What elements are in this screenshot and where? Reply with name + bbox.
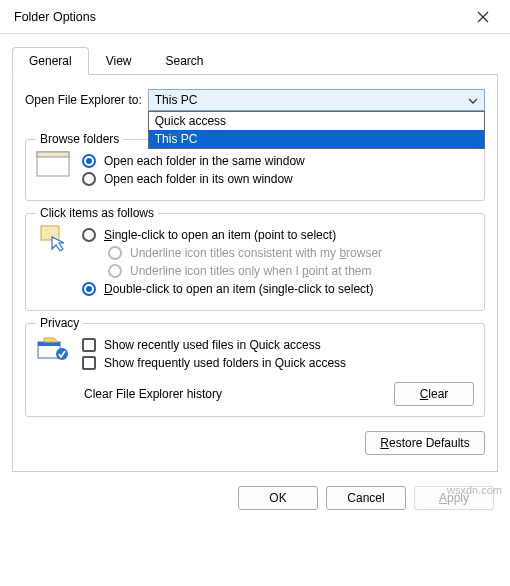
svg-rect-4 bbox=[41, 226, 59, 240]
radio-underline-point-label: Underline icon titles only when I point … bbox=[130, 264, 371, 278]
titlebar: Folder Options bbox=[0, 0, 510, 34]
dropdown-item-quick-access[interactable]: Quick access bbox=[149, 112, 484, 130]
clear-button[interactable]: Clear bbox=[394, 382, 474, 406]
dropdown-item-this-pc[interactable]: This PC bbox=[149, 130, 484, 148]
cancel-button[interactable]: Cancel bbox=[326, 486, 406, 510]
radio-single-click[interactable] bbox=[82, 228, 96, 242]
open-explorer-label: Open File Explorer to: bbox=[25, 93, 142, 107]
svg-point-7 bbox=[56, 348, 68, 360]
click-cursor-icon bbox=[36, 224, 70, 252]
close-button[interactable] bbox=[460, 2, 506, 32]
open-explorer-combo[interactable]: This PC Quick access This PC bbox=[148, 89, 485, 111]
clear-history-label: Clear File Explorer history bbox=[84, 387, 222, 401]
radio-double-click-label: Double-click to open an item (single-cli… bbox=[104, 282, 373, 296]
radio-own-window-label: Open each folder in its own window bbox=[104, 172, 293, 186]
radio-same-window[interactable] bbox=[82, 154, 96, 168]
svg-rect-3 bbox=[37, 152, 69, 157]
radio-underline-browser-label: Underline icon titles consistent with my… bbox=[130, 246, 382, 260]
group-title-browse: Browse folders bbox=[36, 132, 123, 146]
chevron-down-icon bbox=[468, 93, 478, 107]
tab-strip: General View Search bbox=[12, 46, 498, 75]
radio-own-window[interactable] bbox=[82, 172, 96, 186]
check-recent-files-label: Show recently used files in Quick access bbox=[104, 338, 321, 352]
check-recent-files[interactable] bbox=[82, 338, 96, 352]
radio-underline-point bbox=[108, 264, 122, 278]
radio-underline-browser bbox=[108, 246, 122, 260]
window-title: Folder Options bbox=[14, 10, 460, 24]
tab-search[interactable]: Search bbox=[149, 47, 221, 75]
radio-same-window-label: Open each folder in the same window bbox=[104, 154, 305, 168]
radio-double-click[interactable] bbox=[82, 282, 96, 296]
open-explorer-dropdown: Quick access This PC bbox=[148, 111, 485, 149]
group-title-click: Click items as follows bbox=[36, 206, 158, 220]
watermark: wsxdn.com bbox=[447, 484, 502, 496]
tab-panel-general: Open File Explorer to: This PC Quick acc… bbox=[12, 75, 498, 472]
combo-value: This PC bbox=[155, 93, 198, 107]
group-title-privacy: Privacy bbox=[36, 316, 83, 330]
group-click-items: Click items as follows Single-click to o… bbox=[25, 213, 485, 311]
check-frequent-folders[interactable] bbox=[82, 356, 96, 370]
privacy-icon bbox=[36, 334, 70, 362]
svg-rect-6 bbox=[38, 342, 60, 346]
group-privacy: Privacy Show recently used files in Quic… bbox=[25, 323, 485, 417]
check-frequent-folders-label: Show frequently used folders in Quick ac… bbox=[104, 356, 346, 370]
close-icon bbox=[477, 11, 489, 23]
radio-single-click-label: Single-click to open an item (point to s… bbox=[104, 228, 336, 242]
restore-defaults-button[interactable]: Restore Defaults bbox=[365, 431, 485, 455]
tab-view[interactable]: View bbox=[89, 47, 149, 75]
folder-window-icon bbox=[36, 150, 70, 178]
tab-general[interactable]: General bbox=[12, 47, 89, 75]
dialog-footer: OK Cancel Apply bbox=[0, 472, 510, 524]
ok-button[interactable]: OK bbox=[238, 486, 318, 510]
